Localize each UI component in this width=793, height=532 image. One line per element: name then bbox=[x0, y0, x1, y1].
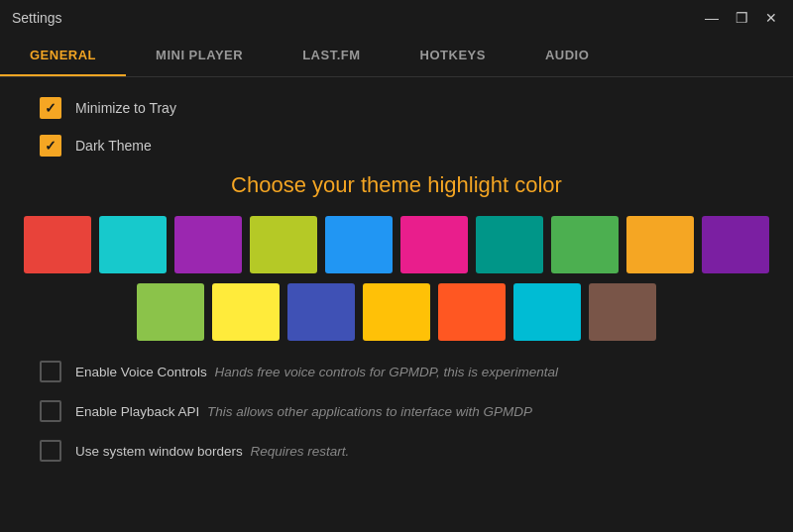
minimize-tray-checkbox[interactable]: ✓ bbox=[40, 97, 61, 119]
content-area: ✓ Minimize to Tray ✓ Dark Theme Choose y… bbox=[0, 77, 793, 499]
system-borders-row: Use system window borders Requires resta… bbox=[40, 440, 753, 462]
color-swatch-deep-purple[interactable] bbox=[702, 216, 769, 273]
window-title: Settings bbox=[12, 10, 62, 26]
swatches-row-1 bbox=[24, 216, 769, 273]
color-swatch-blue[interactable] bbox=[325, 216, 393, 273]
tab-audio[interactable]: AUDIO bbox=[515, 36, 619, 76]
dark-theme-label: Dark Theme bbox=[75, 138, 152, 154]
color-swatch-purple[interactable] bbox=[174, 216, 242, 273]
dark-theme-row: ✓ Dark Theme bbox=[40, 135, 753, 157]
color-swatch-orange[interactable] bbox=[626, 216, 694, 273]
swatches-row-2 bbox=[137, 283, 656, 341]
options-section: Enable Voice Controls Hands free voice c… bbox=[40, 361, 753, 462]
color-swatch-deep-orange[interactable] bbox=[438, 283, 506, 341]
dark-theme-checkbox[interactable]: ✓ bbox=[40, 135, 61, 157]
tabs-nav: GENERAL MINI PLAYER LAST.FM HOTKEYS AUDI… bbox=[0, 36, 793, 77]
color-swatch-light-blue[interactable] bbox=[513, 283, 581, 341]
voice-controls-label: Enable Voice Controls Hands free voice c… bbox=[75, 365, 558, 379]
title-bar: Settings — ❒ ✕ bbox=[0, 0, 793, 36]
playback-api-row: Enable Playback API This allows other ap… bbox=[40, 400, 753, 422]
color-swatch-yellow[interactable] bbox=[212, 283, 280, 341]
color-swatch-indigo[interactable] bbox=[287, 283, 355, 341]
minimize-button[interactable]: — bbox=[702, 8, 722, 28]
playback-api-label: Enable Playback API This allows other ap… bbox=[75, 404, 532, 419]
color-swatch-green[interactable] bbox=[551, 216, 619, 273]
maximize-button[interactable]: ❒ bbox=[732, 8, 751, 28]
voice-controls-checkbox[interactable] bbox=[40, 361, 61, 382]
close-button[interactable]: ✕ bbox=[761, 8, 781, 28]
color-swatch-brown[interactable] bbox=[589, 283, 656, 341]
theme-section-title: Choose your theme highlight color bbox=[40, 172, 753, 198]
swatches-container bbox=[40, 216, 753, 341]
playback-api-checkbox[interactable] bbox=[40, 400, 61, 422]
checkmark-icon: ✓ bbox=[45, 139, 57, 153]
color-swatch-cyan[interactable] bbox=[99, 216, 167, 273]
tab-hotkeys[interactable]: HOTKEYS bbox=[391, 36, 515, 76]
checkmark-icon: ✓ bbox=[45, 101, 57, 115]
window-controls: — ❒ ✕ bbox=[702, 8, 781, 28]
tab-last-fm[interactable]: LAST.FM bbox=[273, 36, 390, 76]
color-swatch-lime[interactable] bbox=[250, 216, 317, 273]
system-borders-checkbox[interactable] bbox=[40, 440, 61, 462]
color-swatch-light-green[interactable] bbox=[137, 283, 204, 341]
color-swatch-teal[interactable] bbox=[476, 216, 543, 273]
minimize-tray-row: ✓ Minimize to Tray bbox=[40, 97, 753, 119]
color-swatch-amber[interactable] bbox=[363, 283, 430, 341]
voice-controls-row: Enable Voice Controls Hands free voice c… bbox=[40, 361, 753, 382]
color-swatch-red[interactable] bbox=[24, 216, 91, 273]
system-borders-label: Use system window borders Requires resta… bbox=[75, 444, 349, 459]
color-swatch-pink[interactable] bbox=[400, 216, 468, 273]
tab-general[interactable]: GENERAL bbox=[0, 36, 126, 76]
minimize-tray-label: Minimize to Tray bbox=[75, 100, 176, 116]
tab-mini-player[interactable]: MINI PLAYER bbox=[126, 36, 273, 76]
